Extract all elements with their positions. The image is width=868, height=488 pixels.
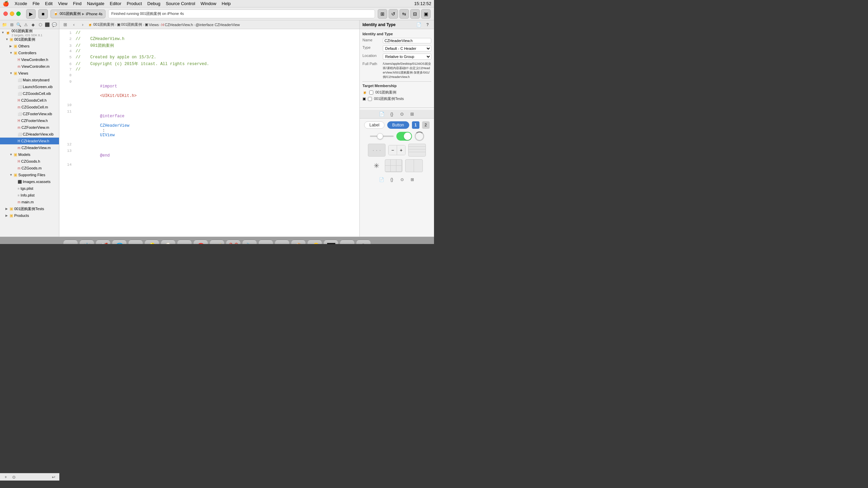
menu-navigate[interactable]: Navigate [87, 1, 104, 6]
box-widget-1[interactable]: · · · [368, 144, 386, 157]
czfooterview-h-item[interactable]: H CZFooterView.h [0, 117, 59, 124]
menu-product[interactable]: Product [127, 1, 142, 6]
dock-rocket[interactable]: 🚀 [96, 240, 111, 244]
others-disclosure[interactable]: ▶ [9, 44, 14, 48]
dock-scissors[interactable]: ✂️ [226, 240, 241, 244]
dock-trash[interactable]: 🗑 [356, 240, 371, 244]
location-select[interactable]: Relative to Group [383, 54, 431, 60]
minimize-button[interactable] [10, 12, 14, 16]
grid-widget[interactable] [385, 159, 402, 172]
dock-monitor[interactable]: 🖥 [340, 240, 355, 244]
file-tab[interactable]: 📄 [377, 110, 387, 118]
images-xcassets-item[interactable]: ⬛ Images.xcassets [0, 178, 59, 185]
debug-button[interactable]: ⬡ [37, 21, 43, 28]
czgoodscell-m-item[interactable]: m CZGoodsCell.m [0, 104, 59, 110]
apple-menu[interactable]: 🍎 [3, 1, 9, 7]
report-button[interactable]: 💬 [51, 21, 58, 28]
stepper-widget[interactable]: − + [388, 145, 406, 155]
dock-finder[interactable]: 🖥 [63, 240, 78, 244]
menu-editor[interactable]: Editor [110, 1, 121, 6]
dock-itunes[interactable]: 🎸 [210, 240, 224, 244]
dock-packages[interactable]: 📦 [291, 240, 306, 244]
project-item[interactable]: ▼ 🍺 001团购案例 2 targets, iOS SDK 8.1 [0, 29, 59, 36]
refresh-button[interactable]: ↺ [389, 9, 398, 19]
test-button[interactable]: ◆ [30, 21, 36, 28]
czgoods-h-item[interactable]: H CZGoods.h [0, 158, 59, 165]
braces-tab[interactable]: {} [387, 110, 397, 118]
czheaderview-h-item[interactable]: H CZHeaderView.h [0, 138, 59, 144]
dock-safari[interactable]: 🌐 [112, 240, 127, 244]
search-button[interactable]: 🔍 [16, 21, 22, 28]
menu-file[interactable]: File [33, 1, 40, 6]
panel-grid-btn[interactable]: ⊞ [409, 176, 416, 183]
viewcontroller-m-item[interactable]: m ViewController.m [0, 63, 59, 70]
dock-homebrew[interactable]: 🍺 [161, 240, 176, 244]
viewcontroller-h-item[interactable]: H ViewController.h [0, 56, 59, 63]
panel-braces-btn[interactable]: {} [388, 176, 396, 183]
slider-widget[interactable] [370, 136, 394, 137]
folder-view-button[interactable]: 📁 [1, 21, 8, 28]
menu-find[interactable]: Find [73, 1, 81, 6]
num1-widget[interactable]: 1 [412, 121, 419, 129]
toggle-widget[interactable] [396, 132, 412, 141]
back-forward-button[interactable]: ⇆ [399, 9, 409, 19]
launchscreen-item[interactable]: ⬜ LaunchScreen.xib [0, 83, 59, 90]
back-button[interactable]: ‹ [70, 21, 78, 28]
stepper-plus[interactable]: + [397, 145, 405, 155]
code-editor[interactable]: 1 // 2 // CZHeaderView.h 3 // 001团购案例 4 … [59, 29, 359, 237]
controllers-group-item[interactable]: ▼ ▣ Controllers [0, 49, 59, 56]
czheaderview-m-item[interactable]: m CZHeaderView.m [0, 144, 59, 151]
type-select[interactable]: Default - C Header [383, 45, 431, 52]
controllers-disclosure[interactable]: ▼ [9, 51, 14, 55]
main-group-disclosure[interactable]: ▼ [5, 38, 9, 41]
breakpoint-button[interactable]: ⬛ [44, 21, 51, 28]
forward-button[interactable]: › [79, 21, 86, 28]
table-widget[interactable] [408, 144, 426, 157]
stop-button[interactable]: ■ [38, 9, 48, 19]
models-disclosure[interactable]: ▼ [9, 153, 14, 156]
target-checkbox-1[interactable] [369, 90, 373, 95]
tgs-plist-item[interactable]: ≡ tgs.plist [0, 185, 59, 192]
dock-settings[interactable]: ⚙️ [79, 240, 94, 244]
symbol-button[interactable]: ⊞ [8, 21, 15, 28]
circle-tab[interactable]: ⊙ [397, 110, 407, 118]
layout-button[interactable]: ⊟ [410, 9, 420, 19]
menu-view[interactable]: View [58, 1, 67, 6]
products-item[interactable]: ▶ ▣ Products [0, 212, 59, 219]
dock-mail[interactable]: 📧 [128, 240, 143, 244]
tests-disclosure[interactable]: ▶ [5, 207, 9, 210]
dock-laptop[interactable]: 💻 [258, 240, 273, 244]
dock-xcode[interactable]: 🎯 [193, 240, 208, 244]
run-button[interactable]: ▶ [26, 9, 36, 19]
supporting-disclosure[interactable]: ▼ [9, 173, 14, 177]
main-m-item[interactable]: m main.m [0, 199, 59, 205]
dock-terminal[interactable]: 🖥 [177, 240, 192, 244]
slider-knob[interactable] [377, 133, 383, 139]
main-group-item[interactable]: ▼ ▣ 001团购案例 [0, 36, 59, 43]
close-button[interactable] [3, 12, 8, 16]
czfooterview-xib-item[interactable]: ⬜ CZFooterView.xib [0, 110, 59, 117]
grid-tab[interactable]: ⊞ [408, 110, 417, 118]
czgoodscell-h-item[interactable]: H CZGoodsCell.h [0, 97, 59, 104]
disclosure-icon[interactable]: ▼ [1, 31, 5, 34]
views-disclosure[interactable]: ▼ [9, 72, 14, 75]
czgoods-m-item[interactable]: m CZGoods.m [0, 165, 59, 171]
views-group-item[interactable]: ▼ ▣ Views [0, 70, 59, 77]
panel-circle-btn[interactable]: ⊙ [398, 176, 406, 183]
products-disclosure[interactable]: ▶ [5, 214, 9, 217]
asterisk-widget[interactable]: ✳ [371, 160, 382, 171]
menu-help[interactable]: Help [222, 1, 231, 6]
maximize-button[interactable] [16, 12, 21, 16]
scheme-selector[interactable]: 🍺 001团购案例 ▶ iPhone 4s [51, 9, 105, 18]
target-checkbox-2[interactable] [368, 97, 372, 101]
models-group-item[interactable]: ▼ ▣ Models [0, 151, 59, 158]
dock-key[interactable]: 🔑 [307, 240, 322, 244]
name-input[interactable] [383, 38, 431, 43]
dock-files[interactable]: 🗂 [275, 240, 290, 244]
panel-file-btn[interactable]: 📄 [378, 176, 386, 183]
label-widget[interactable]: Label [364, 121, 384, 129]
menu-xcode[interactable]: Xcode [15, 1, 27, 6]
help-inspector-tab[interactable]: ? [424, 21, 431, 28]
info-plist-item[interactable]: ≡ Info.plist [0, 192, 59, 199]
stepper-minus[interactable]: − [389, 145, 397, 155]
